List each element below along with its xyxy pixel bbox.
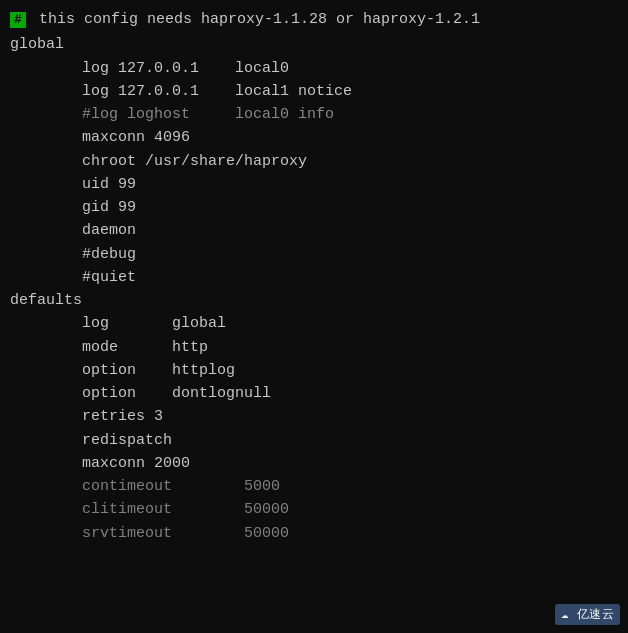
code-line: #log loghost local0 info — [10, 103, 618, 126]
watermark-text: 亿速云 — [577, 608, 615, 622]
code-line: defaults — [10, 289, 618, 312]
code-line: uid 99 — [10, 173, 618, 196]
code-line: gid 99 — [10, 196, 618, 219]
code-line: srvtimeout 50000 — [10, 522, 618, 545]
code-line: mode http — [10, 336, 618, 359]
watermark-icon: ☁ — [561, 608, 569, 622]
code-lines: global log 127.0.0.1 local0 log 127.0.0.… — [10, 33, 618, 545]
code-line: global — [10, 33, 618, 56]
code-line: option httplog — [10, 359, 618, 382]
hash-icon: # — [10, 12, 26, 28]
code-line: retries 3 — [10, 405, 618, 428]
code-line: contimeout 5000 — [10, 475, 618, 498]
code-line: log 127.0.0.1 local0 — [10, 57, 618, 80]
code-line: redispatch — [10, 429, 618, 452]
code-line: log 127.0.0.1 local1 notice — [10, 80, 618, 103]
code-line: log global — [10, 312, 618, 335]
code-line: clitimeout 50000 — [10, 498, 618, 521]
title-text: this config needs haproxy-1.1.28 or hapr… — [30, 8, 480, 31]
code-line: maxconn 2000 — [10, 452, 618, 475]
code-line: option dontlognull — [10, 382, 618, 405]
code-line: chroot /usr/share/haproxy — [10, 150, 618, 173]
code-line: #debug — [10, 243, 618, 266]
code-line: maxconn 4096 — [10, 126, 618, 149]
terminal-window: # this config needs haproxy-1.1.28 or ha… — [0, 0, 628, 633]
code-line: daemon — [10, 219, 618, 242]
code-line: #quiet — [10, 266, 618, 289]
title-line: # this config needs haproxy-1.1.28 or ha… — [10, 8, 618, 31]
watermark-badge: ☁ 亿速云 — [555, 604, 620, 625]
